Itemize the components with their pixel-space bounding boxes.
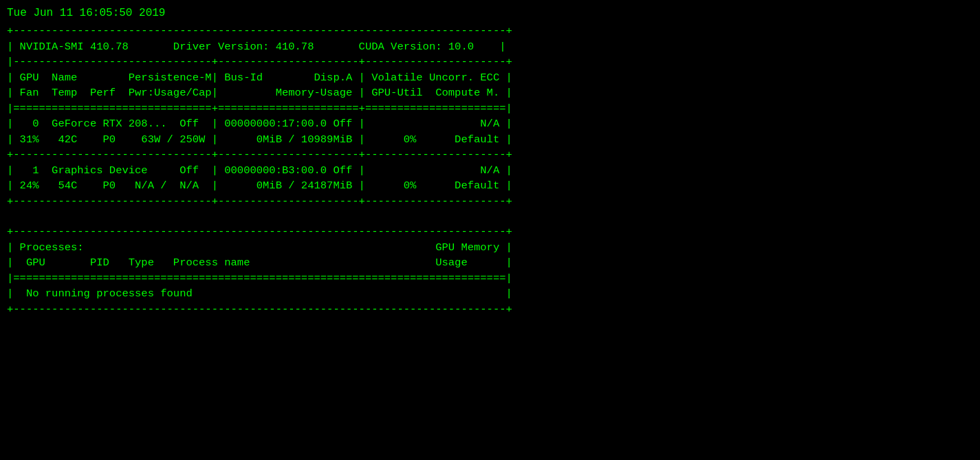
terminal-output: +---------------------------------------… — [7, 23, 973, 317]
terminal-window: Tue Jun 11 16:05:50 2019 +--------------… — [7, 6, 973, 317]
timestamp: Tue Jun 11 16:05:50 2019 — [7, 6, 973, 21]
